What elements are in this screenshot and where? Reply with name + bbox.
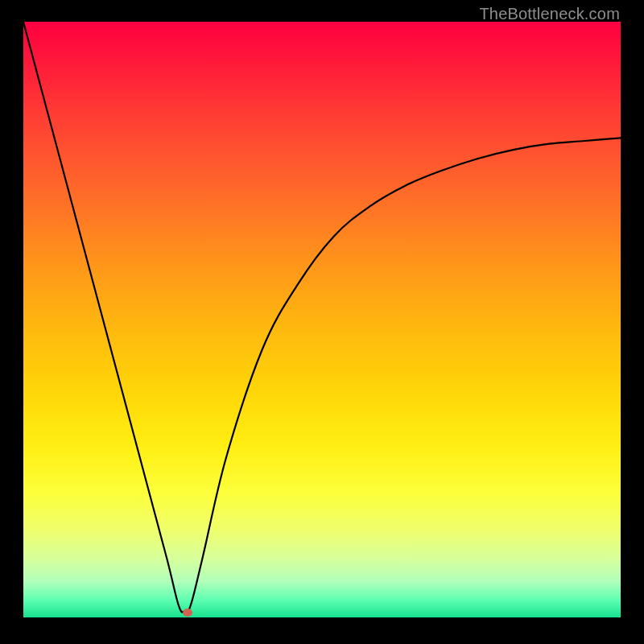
chart-frame: TheBottleneck.com <box>0 0 644 644</box>
curve-svg <box>23 22 621 617</box>
optimal-point-marker <box>183 609 192 617</box>
watermark-text: TheBottleneck.com <box>479 5 620 23</box>
bottleneck-curve <box>23 22 621 612</box>
plot-area <box>23 22 621 617</box>
